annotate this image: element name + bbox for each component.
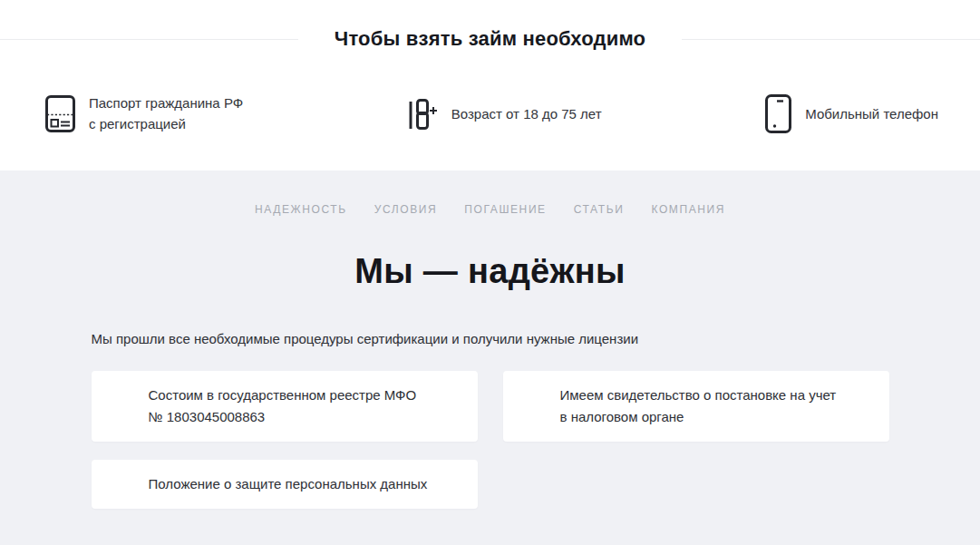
tab-kompaniya[interactable]: КОМПАНИЯ (651, 203, 725, 216)
reliability-content: Мы прошли все необходимые процедуры серт… (92, 331, 889, 509)
card-personal-data-policy[interactable]: Положение о защите персональных данных (92, 460, 478, 509)
section-nav: НАДЕЖНОСТЬ УСЛОВИЯ ПОГАШЕНИЕ СТАТЬИ КОМП… (0, 203, 980, 216)
requirement-phone: Мобильный телефон (765, 92, 938, 134)
age-18-plus-icon (407, 95, 438, 131)
requirements-section: Чтобы взять займ необходимо Паспорт граж… (0, 0, 980, 170)
card-mfo-registry[interactable]: Состоим в государственном реестре МФО № … (92, 371, 478, 442)
requirements-title-row: Чтобы взять займ необходимо (0, 27, 980, 51)
reliability-section: НАДЕЖНОСТЬ УСЛОВИЯ ПОГАШЕНИЕ СТАТЬИ КОМП… (0, 170, 980, 509)
requirement-age-label: Возраст от 18 до 75 лет (451, 103, 602, 124)
requirements-title: Чтобы взять займ необходимо (298, 27, 683, 50)
card-tax-certificate[interactable]: Имеем свидетельство о постановке на учет… (503, 371, 889, 442)
requirement-passport: Паспорт гражданина РФ с регистрацией (45, 92, 243, 134)
page-title: Мы — надёжны (0, 252, 980, 291)
tab-nadezhnost[interactable]: НАДЕЖНОСТЬ (255, 203, 347, 216)
reliability-subtitle: Мы прошли все необходимые процедуры серт… (92, 331, 889, 346)
requirements-header: Чтобы взять займ необходимо (0, 0, 980, 53)
license-cards: Состоим в государственном реестре МФО № … (92, 371, 889, 509)
mobile-phone-icon (765, 94, 791, 133)
requirement-passport-label: Паспорт гражданина РФ с регистрацией (89, 92, 243, 134)
requirements-list: Паспорт гражданина РФ с регистрацией Воз… (0, 92, 980, 134)
requirement-age: Возраст от 18 до 75 лет (407, 92, 602, 134)
passport-icon (45, 95, 75, 132)
tab-pogashenie[interactable]: ПОГАШЕНИЕ (464, 203, 546, 216)
requirement-phone-label: Мобильный телефон (805, 103, 938, 124)
tab-stati[interactable]: СТАТЬИ (574, 203, 625, 216)
tab-usloviya[interactable]: УСЛОВИЯ (374, 203, 438, 216)
